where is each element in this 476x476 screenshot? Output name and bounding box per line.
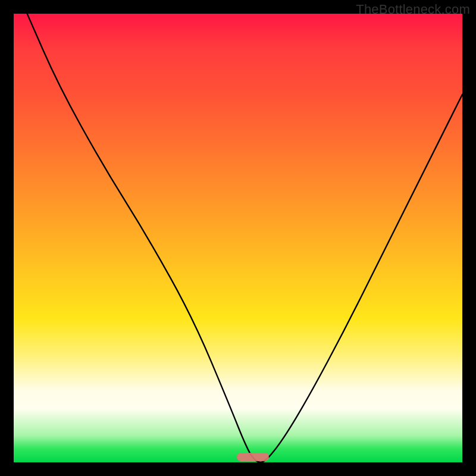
bottleneck-curve: [14, 14, 462, 462]
curve-path: [27, 14, 462, 462]
chart-frame: TheBottleneck.com: [0, 0, 476, 476]
plot-area: [14, 14, 462, 462]
optimal-range-marker: [237, 453, 269, 461]
watermark-text: TheBottleneck.com: [356, 2, 470, 17]
